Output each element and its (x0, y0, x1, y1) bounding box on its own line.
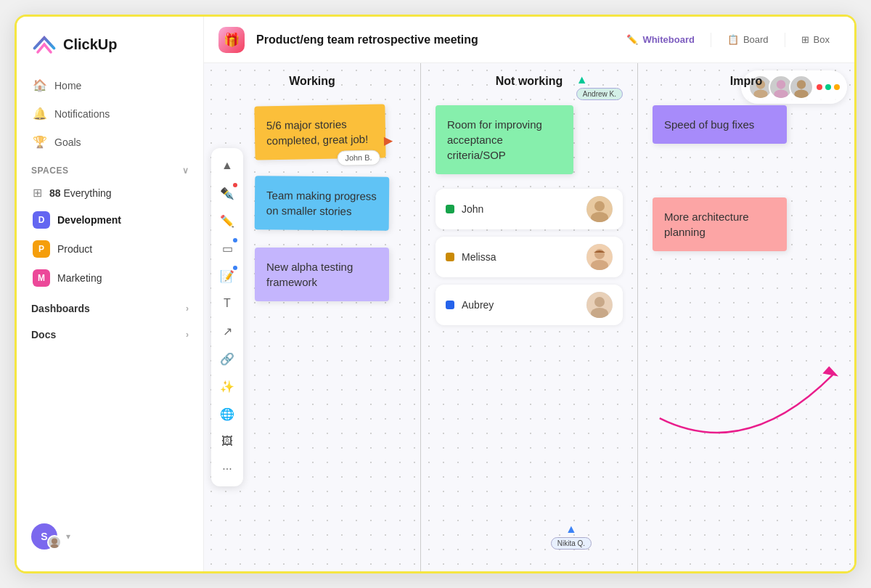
tool-sticky[interactable]: 📝 (216, 264, 239, 287)
note-5[interactable]: Speed of bug fixes (653, 105, 787, 144)
tool-cursor[interactable]: ▲ (216, 154, 239, 177)
tab-divider-1 (711, 33, 711, 47)
tab-box[interactable]: ⊞ Box (791, 30, 840, 49)
cursor-andrewk-icon: ▲ (576, 73, 588, 86)
logo: ClickUp (17, 31, 203, 72)
marketing-space-icon: M (33, 269, 50, 287)
bell-icon: 🔔 (33, 107, 47, 121)
home-label: Home (54, 80, 81, 91)
tool-pen[interactable]: ✒️ (216, 181, 239, 205)
tool-network[interactable]: 🔗 (216, 347, 239, 370)
note-4-text: Room for improving acceptance criteria/S… (447, 118, 542, 161)
app-container: ClickUp 🏠 Home 🔔 Notifications 🏆 Goals S… (15, 15, 856, 573)
user-avatar-container[interactable]: S (31, 523, 57, 550)
tool-more[interactable]: ··· (216, 457, 239, 481)
tool-text[interactable]: T (216, 292, 239, 315)
everything-text: Everything (63, 187, 111, 199)
sidebar-item-marketing[interactable]: M Marketing (24, 264, 196, 293)
cursor-andrewk-label: Andrew K. (576, 88, 623, 100)
docs-section[interactable]: Docs › (17, 319, 203, 345)
melissa-avatar (586, 244, 613, 270)
board-tab-label: Board (743, 34, 769, 45)
whiteboard-toolbar: ▲ ✒️ ✏️ ▭ 📝 T ↗ 🔗 ✨ 🌐 🖼 (211, 148, 243, 486)
tab-whiteboard[interactable]: ✏️ Whiteboard (616, 30, 705, 49)
cursor-johnb: ▶ (384, 133, 393, 150)
tool-pencil[interactable]: ✏️ (216, 209, 239, 232)
note-1-author: John B. (337, 150, 380, 166)
tab-board[interactable]: 📋 Board (717, 30, 779, 49)
whiteboard-area[interactable]: ▲ ✒️ ✏️ ▭ 📝 T ↗ 🔗 ✨ 🌐 🖼 (204, 63, 854, 571)
improve-notes: Speed of bug fixes More architecture pla… (653, 105, 840, 251)
note-4[interactable]: Room for improving acceptance criteria/S… (436, 105, 573, 174)
column-not-working: Not working ▲ Andrew K. Room for improvi… (421, 63, 638, 571)
sidebar-item-home[interactable]: 🏠 Home (24, 72, 196, 99)
tool-dot-blue-2 (233, 266, 237, 270)
not-working-content: Room for improving acceptance criteria/S… (436, 105, 623, 325)
goals-icon: 🏆 (33, 135, 47, 149)
everything-label: 88 Everything (49, 187, 112, 199)
svg-marker-17 (822, 367, 838, 377)
whiteboard-tab-icon: ✏️ (626, 34, 638, 45)
note-3-text: New alpha testing framework (266, 261, 353, 288)
note-3[interactable]: New alpha testing framework (255, 248, 389, 301)
john-name: John (462, 203, 483, 215)
docs-label: Docs (31, 329, 56, 340)
working-header: Working (218, 75, 406, 94)
tool-globe[interactable]: 🌐 (216, 402, 239, 425)
docs-chevron[interactable]: › (186, 330, 189, 340)
product-space-icon: P (33, 240, 50, 258)
development-space-icon: D (33, 211, 50, 229)
spaces-label-text: Spaces (31, 166, 68, 176)
improve-header: Impro (653, 75, 840, 94)
dropdown-arrow[interactable]: ▾ (66, 531, 70, 542)
spacer (255, 240, 406, 248)
spaces-section-label: Spaces ∨ (17, 155, 203, 180)
note-6[interactable]: More architecture planning (653, 197, 787, 251)
whiteboard-tab-label: Whiteboard (642, 34, 695, 45)
tool-sparkle[interactable]: ✨ (216, 375, 239, 398)
cursor-andrewk-container: ▲ Andrew K. (576, 73, 623, 100)
page-title: Product/eng team retrospective meeting (256, 33, 478, 46)
user-face-icon (49, 536, 60, 548)
box-tab-icon: ⊞ (801, 34, 809, 45)
dashboards-section[interactable]: Dashboards › (17, 293, 203, 319)
tool-arrow[interactable]: ↗ (216, 319, 239, 343)
logo-text: ClickUp (63, 36, 117, 53)
sidebar-item-everything[interactable]: ⊞ 88 Everything (24, 180, 196, 205)
sidebar-item-goals[interactable]: 🏆 Goals (24, 128, 196, 155)
person-john[interactable]: John (436, 189, 623, 229)
dashboards-label: Dashboards (31, 303, 90, 314)
note-1[interactable]: 5/6 major stories completed, great job! … (254, 104, 385, 160)
board-tab-icon: 📋 (727, 34, 739, 45)
john-face (586, 196, 613, 222)
main-content: 🎁 Product/eng team retrospective meeting… (204, 17, 854, 571)
page-icon: 🎁 (218, 27, 245, 53)
tool-image[interactable]: 🖼 (216, 430, 239, 453)
melissa-face (586, 244, 613, 270)
note-2[interactable]: Team making progress on smaller stories (255, 176, 390, 231)
sidebar-item-notifications[interactable]: 🔔 Notifications (24, 100, 196, 127)
working-notes: 5/6 major stories completed, great job! … (255, 105, 406, 301)
spacer-2 (653, 154, 840, 197)
john-dot (446, 205, 454, 213)
dashboards-chevron[interactable]: › (186, 303, 189, 314)
tool-dot-blue (233, 238, 237, 242)
melissa-name: Melissa (462, 251, 496, 263)
sidebar-item-product[interactable]: P Product (24, 234, 196, 264)
person-melissa[interactable]: Melissa (436, 237, 623, 277)
marketing-label: Marketing (57, 272, 102, 284)
cursor-nikitaq-label: Nikita Q. (551, 537, 592, 550)
person-aubrey[interactable]: Aubrey (436, 285, 623, 325)
sidebar-item-development[interactable]: D Development (24, 205, 196, 234)
tool-dot-red (233, 183, 237, 187)
user-photo (47, 535, 62, 550)
aubrey-avatar (586, 292, 613, 318)
tool-rect[interactable]: ▭ (216, 237, 239, 260)
product-label: Product (57, 243, 92, 255)
spaces-chevron[interactable]: ∨ (182, 166, 189, 176)
clickup-logo-icon (31, 31, 57, 57)
melissa-dot (446, 253, 454, 261)
note-5-text: Speed of bug fixes (664, 118, 754, 131)
svg-point-9 (594, 201, 605, 211)
note-6-text: More architecture planning (664, 211, 749, 238)
